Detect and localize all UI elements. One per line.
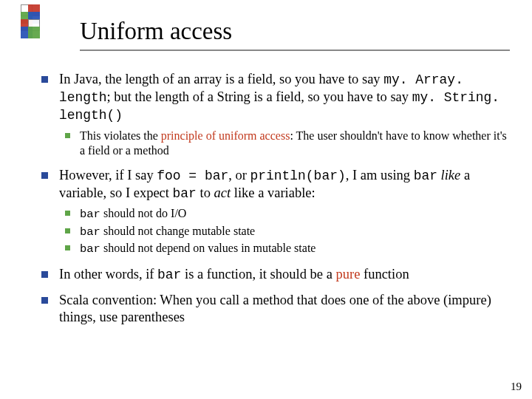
text: , I am using (346, 168, 414, 183)
bullet-4: Scala convention: When you call a method… (37, 292, 510, 325)
bullet-1-sub: This violates the principle of uniform a… (59, 129, 510, 158)
text: In Java, the length of an array is a fie… (59, 72, 383, 86)
emph: pure (336, 267, 361, 282)
bullet-2-sub-2: bar should not change mutable state (59, 224, 510, 239)
italic: like (441, 168, 461, 183)
bullet-2: However, if I say foo = bar, or println(… (37, 167, 510, 257)
code: bar (157, 267, 181, 282)
text: ; but the length of a String is a field,… (107, 89, 412, 104)
code: foo = bar (157, 168, 228, 183)
logo-squares-icon (21, 4, 52, 46)
page-number: 19 (511, 381, 522, 393)
code: bar (80, 225, 100, 239)
text: like a variable: (231, 185, 316, 200)
bullet-2-sub-1: bar should not do I/O (59, 206, 510, 222)
text: to (197, 185, 214, 200)
slide-body: In Java, the length of an array is a fie… (37, 71, 510, 335)
slide-title: Uniform access (80, 18, 510, 45)
text: This violates the (80, 129, 161, 142)
code: bar (173, 186, 197, 201)
code: bar (80, 242, 100, 256)
text: is a function, it should be a (181, 267, 335, 282)
text: should not do I/O (100, 207, 186, 219)
text: In other words, if (59, 267, 157, 282)
code: bar (414, 168, 437, 183)
bullet-1: In Java, the length of an array is a fie… (37, 71, 510, 158)
text: should not depend on values in mutable s… (100, 242, 316, 254)
text: function (360, 267, 409, 282)
title-bar: Uniform access (80, 18, 510, 51)
text: Scala convention: When you call a method… (59, 293, 491, 324)
emph: principle of uniform access (161, 129, 290, 142)
code: bar (80, 208, 100, 221)
slide: Uniform access In Java, the length of an… (0, 0, 532, 399)
code: println(bar) (250, 168, 346, 183)
text: However, if I say (59, 168, 157, 183)
text: should not change mutable state (100, 225, 255, 237)
bullet-2-sub-3: bar should not depend on values in mutab… (59, 241, 510, 256)
italic: act (214, 185, 231, 200)
bullet-3: In other words, if bar is a function, it… (37, 266, 510, 284)
text: , or (228, 168, 250, 183)
